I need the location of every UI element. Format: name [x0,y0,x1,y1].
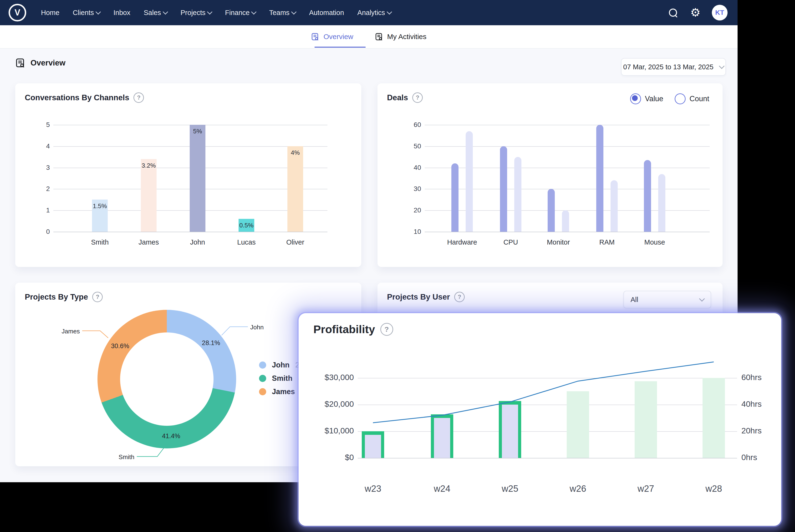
nav-item-home[interactable]: Home [41,9,59,17]
help-icon[interactable]: ? [380,323,393,336]
conversations-by-channels-card: Conversations By Channels ? 0123451.5%Sm… [15,83,361,267]
x-axis-label: Lucas [223,239,270,246]
list-search-icon [311,32,319,41]
slice-pct-label: 41.4% [162,433,180,440]
mouse-count-bar [658,174,665,232]
card-title: Conversations By Channels [25,93,129,102]
gridline [358,378,737,378]
x-axis-label: w23 [354,484,392,494]
nav-item-teams[interactable]: Teams [269,9,296,17]
nav-item-automation[interactable]: Automation [309,9,344,17]
y-axis-tick: 0 [21,228,50,235]
help-icon[interactable]: ? [454,292,465,302]
top-navigation: V Home Clients Inbox Sales Projects Fina… [0,0,738,25]
john-bar [190,125,205,232]
chevron-down-icon [291,9,297,15]
bar-value-label: 5% [183,128,212,135]
filter-value: All [631,296,638,304]
chevron-down-icon [699,296,705,302]
legend-dot [259,375,266,382]
right-axis-tick: 20hrs [741,426,789,435]
x-axis-label: Oliver [272,239,319,246]
slice-callout-label: James [61,328,80,335]
nav-item-inbox[interactable]: Inbox [113,9,130,17]
right-axis-tick: 40hrs [741,399,789,408]
search-icon[interactable] [667,7,679,19]
help-icon[interactable]: ? [133,92,144,103]
chevron-down-icon [387,9,392,15]
gridline [358,458,737,458]
modal-title: Profitability [313,323,375,336]
profitability-modal: Profitability ? $00hrs$10,00020hrs$20,00… [299,313,781,526]
nav-item-clients[interactable]: Clients [73,9,100,17]
projects-by-user-filter[interactable]: All [624,291,711,308]
right-axis-tick: 60hrs [741,373,789,382]
gear-icon[interactable]: ⚙ [689,7,701,19]
gridline [358,431,737,432]
overview-icon [15,58,26,68]
radio-count[interactable]: Count [674,93,709,104]
gridline [53,232,328,232]
chevron-down-icon [719,63,724,69]
legend-dot [259,388,266,395]
x-axis-label: RAM [583,239,631,246]
x-axis-label: w25 [491,484,529,494]
active-tab-underline [315,47,366,48]
left-axis-tick: $20,000 [306,399,354,408]
y-axis-tick: 2 [21,185,50,193]
chevron-down-icon [251,9,257,15]
page-title: Overview [31,58,66,68]
bar-value-label: 4% [281,149,310,156]
help-icon[interactable]: ? [412,92,423,103]
hardware-count-bar [466,131,473,232]
w24-revenue-inner-bar [434,418,450,458]
monitor-count-bar [562,210,569,232]
card-title: Projects By User [387,292,450,302]
tab-bar: Overview My Activities [0,25,738,49]
slice-pct-label: 30.6% [111,342,129,350]
nav-item-projects[interactable]: Projects [181,9,212,17]
card-title: Projects By Type [25,292,88,302]
radio-button-selected [630,93,641,104]
card-title: Deals [387,93,408,102]
brand-letter: V [15,7,20,18]
ram-count-bar [611,180,618,232]
gridline [425,125,710,125]
w28-hours-bar [703,378,725,458]
w26-hours-bar [567,391,589,458]
bar-value-label: 1.5% [86,203,114,210]
ram-value-bar [596,125,604,232]
nav-item-finance[interactable]: Finance [225,9,256,17]
nav-item-sales[interactable]: Sales [144,9,167,17]
w25-revenue-inner-bar [502,404,518,458]
chevron-down-icon [163,9,168,15]
x-axis-label: John [174,239,221,246]
x-axis-label: Monitor [535,239,582,246]
bar-value-label: 0.5% [232,222,261,229]
tab-my-activities-label: My Activities [387,33,427,41]
monitor-value-bar [548,189,555,232]
y-axis-tick: 30 [392,185,421,193]
modal-header: Profitability ? [313,323,393,336]
nav-menu: Home Clients Inbox Sales Projects Financ… [41,9,391,17]
date-range-value: 07 Mar, 2025 to 13 Mar, 2025 [623,63,714,71]
tab-overview[interactable]: Overview [311,25,353,48]
x-axis-label: Hardware [438,239,486,246]
x-axis-label: CPU [487,239,535,246]
deals-card: Deals ? Value Count 102030405060Hardware… [377,83,723,267]
brand-logo[interactable]: V [8,4,26,21]
x-axis-label: w27 [627,484,665,494]
y-axis-tick: 5 [21,121,50,129]
radio-value[interactable]: Value [630,93,663,104]
oliver-bar [288,146,303,232]
date-range-select[interactable]: 07 Mar, 2025 to 13 Mar, 2025 [621,58,726,76]
avatar[interactable]: KT [712,5,727,20]
nav-item-analytics[interactable]: Analytics [357,9,391,17]
tab-my-activities[interactable]: My Activities [375,25,427,48]
y-axis-tick: 60 [392,121,421,129]
help-icon[interactable]: ? [92,292,103,302]
y-axis-tick: 10 [392,228,421,235]
x-axis-label: James [125,239,172,246]
radio-button [674,93,686,104]
gridline [358,404,737,405]
